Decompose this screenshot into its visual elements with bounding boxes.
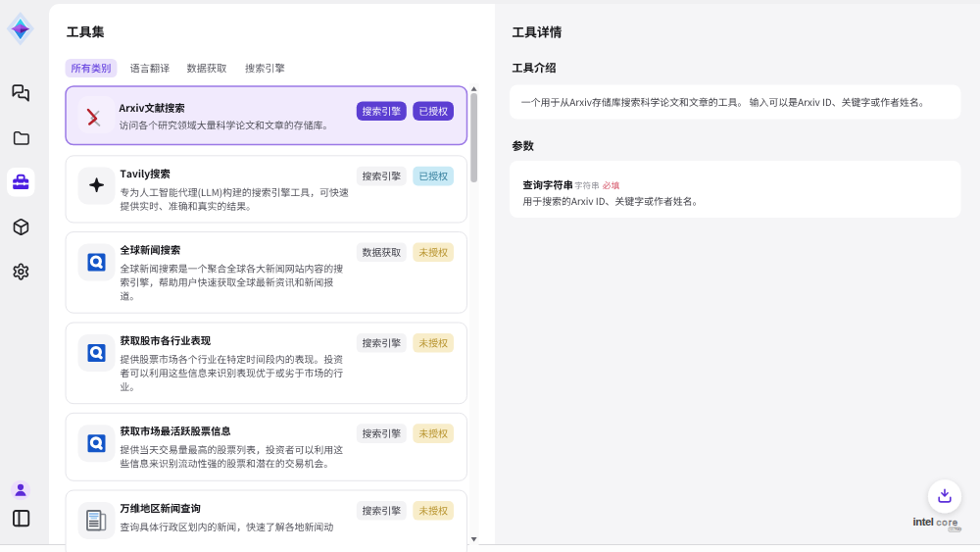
svg-text:ULTRA 9: ULTRA 9 — [950, 527, 961, 531]
svg-text:core: core — [937, 517, 959, 527]
svg-text:intel: intel — [913, 516, 934, 527]
